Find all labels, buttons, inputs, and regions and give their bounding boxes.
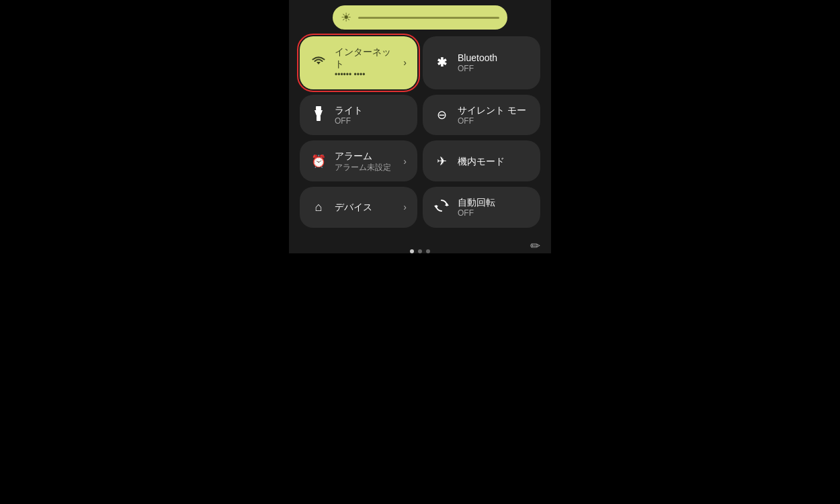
bluetooth-sublabel: OFF [458, 64, 530, 73]
flashlight-sublabel: OFF [335, 116, 407, 126]
brightness-slider[interactable] [358, 17, 499, 19]
alarm-sublabel: アラーム未設定 [335, 163, 395, 172]
silent-sublabel: OFF [458, 116, 530, 126]
top-bar: ☀ [289, 0, 551, 32]
dot-3 [426, 249, 430, 253]
pagination-dots [410, 249, 430, 253]
svg-marker-3 [445, 203, 449, 206]
dot-1 [410, 249, 414, 253]
airplane-label: 機内モード [458, 155, 530, 167]
bluetooth-tile-text: Bluetooth OFF [458, 52, 530, 74]
bluetooth-tile[interactable]: ✱ Bluetooth OFF [423, 36, 540, 89]
svg-marker-1 [314, 110, 323, 116]
quick-tiles-grid: インターネット •••••• •••• › ✱ Bluetooth OFF [289, 32, 551, 228]
airplane-icon: ✈ [433, 154, 450, 169]
alarm-label: アラーム [335, 150, 395, 162]
silent-tile-text: サイレント モー OFF [458, 104, 530, 126]
flashlight-tile-text: ライト OFF [335, 104, 407, 126]
pagination-row: ✏ [289, 239, 551, 253]
phone-screen: ☀ インターネット •••••• •••• › ✱ Bl [289, 0, 551, 504]
devices-label: デバイス [335, 201, 395, 213]
internet-tile-text: インターネット •••••• •••• [335, 46, 395, 80]
silent-tile[interactable]: ⊖ サイレント モー OFF [423, 95, 540, 136]
silent-label: サイレント モー [458, 104, 530, 116]
internet-chevron: › [403, 57, 407, 68]
internet-label: インターネット [335, 46, 395, 70]
svg-rect-2 [317, 116, 321, 121]
silent-icon: ⊖ [433, 108, 450, 122]
flashlight-label: ライト [335, 104, 407, 116]
bluetooth-icon: ✱ [433, 55, 450, 70]
autorotate-tile[interactable]: 自動回転 OFF [423, 187, 540, 228]
airplane-tile[interactable]: ✈ 機内モード [423, 140, 540, 181]
autorotate-sublabel: OFF [458, 208, 530, 218]
internet-sublabel: •••••• •••• [335, 70, 395, 79]
svg-rect-0 [316, 106, 321, 110]
autorotate-tile-text: 自動回転 OFF [458, 196, 530, 218]
edit-button[interactable]: ✏ [530, 239, 540, 253]
airplane-tile-text: 機内モード [458, 155, 530, 167]
autorotate-label: 自動回転 [458, 196, 530, 208]
bottom-area [289, 253, 551, 505]
alarm-icon: ⏰ [310, 154, 327, 169]
rotate-icon [433, 198, 450, 216]
svg-marker-4 [434, 206, 438, 208]
brightness-control[interactable]: ☀ [333, 5, 507, 30]
home-icon: ⌂ [310, 200, 327, 214]
internet-tile[interactable]: インターネット •••••• •••• › [300, 36, 417, 89]
brightness-icon: ☀ [341, 10, 351, 25]
flashlight-icon [310, 106, 327, 124]
devices-tile-text: デバイス [335, 201, 395, 213]
flashlight-tile[interactable]: ライト OFF [300, 95, 417, 136]
devices-tile[interactable]: ⌂ デバイス › [300, 187, 417, 228]
alarm-chevron: › [403, 156, 407, 167]
wifi-icon [310, 55, 327, 71]
bluetooth-label: Bluetooth [458, 52, 530, 64]
devices-chevron: › [403, 202, 407, 212]
dot-2 [418, 249, 422, 253]
alarm-tile[interactable]: ⏰ アラーム アラーム未設定 › [300, 140, 417, 181]
alarm-tile-text: アラーム アラーム未設定 [335, 150, 395, 172]
